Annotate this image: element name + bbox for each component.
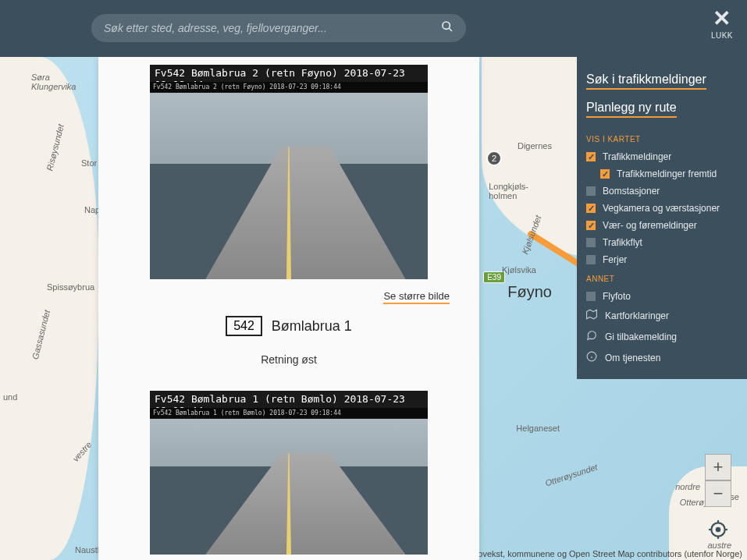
checkbox-icon	[600, 169, 610, 179]
checkbox-icon	[586, 238, 596, 247]
menu-label: Gi tilbakemelding	[605, 331, 677, 342]
map-label: Digernes	[518, 141, 552, 151]
map-label: und	[3, 392, 17, 402]
side-panel: Søk i trafikkmeldinger Planlegg ny rute …	[577, 57, 747, 379]
menu-label: Kartforklaringer	[605, 310, 669, 321]
chat-icon	[586, 330, 597, 343]
checkbox-icon	[586, 292, 596, 301]
map-label: Longkjøls- holmen	[489, 182, 528, 200]
locate-button[interactable]	[706, 518, 730, 541]
section-header-other: ANNET	[586, 275, 738, 283]
map-label: nordre	[675, 482, 700, 491]
search-icon[interactable]	[441, 20, 454, 36]
checkbox-icon	[586, 152, 596, 161]
checkbox-icon	[586, 255, 596, 264]
checkbox-icon	[586, 186, 596, 196]
layer-label: Vegkamera og værstasjoner	[603, 203, 720, 214]
map-label: Otterøysundet	[544, 463, 599, 488]
map-label: Helganeset	[516, 424, 560, 433]
webcam-image-2[interactable]: Fv542 Bømlabrua 1 (retn Bømlo) 2018-07-2…	[150, 391, 428, 555]
svg-point-7	[717, 528, 720, 531]
toggle-label: Flyfoto	[603, 291, 631, 302]
zoom-controls: + −	[705, 454, 731, 507]
section-header-map: VIS I KARTET	[586, 135, 738, 144]
layer-label: Ferjer	[603, 254, 627, 265]
road-name: Bømlabrua 1	[272, 318, 352, 335]
webcam-sub-bar: Fv542 Bømlabrua 2 (retn Føyno) 2018-07-2…	[150, 82, 428, 92]
layer-toggle[interactable]: Trafikkmeldinger	[586, 148, 738, 165]
map-label: Kjølsvika	[502, 265, 536, 275]
link-larger-image[interactable]: Se større bilde	[383, 290, 450, 304]
camera-heading: 542 Bømlabrua 1	[98, 310, 479, 342]
map-icon	[586, 309, 597, 322]
map-label: Stor	[81, 158, 97, 168]
layer-toggle[interactable]: Vær- og føremeldinger	[586, 217, 738, 234]
search-input[interactable]	[104, 22, 441, 34]
layer-label: Vær- og føremeldinger	[603, 220, 697, 231]
map-landmass	[0, 57, 98, 560]
svg-marker-2	[587, 310, 597, 319]
layer-label: Trafikkmeldinger	[603, 151, 671, 162]
close-label: LUKK	[711, 31, 733, 40]
checkbox-icon	[586, 221, 596, 230]
layer-label: Trafikkmeldinger fremtid	[617, 168, 717, 179]
webcam-sub-bar: Fv542 Bømlabrua 1 (retn Bømlo) 2018-07-2…	[150, 408, 428, 418]
layer-toggle[interactable]: Bomstasjoner	[586, 183, 738, 200]
info-icon	[586, 351, 597, 364]
layer-toggle[interactable]: Trafikkflyt	[586, 234, 738, 251]
svg-point-0	[443, 22, 450, 29]
link-traffic-search[interactable]: Søk i trafikkmeldinger	[586, 73, 706, 90]
map-marker-count[interactable]: 2	[486, 151, 502, 166]
layer-toggle[interactable]: Trafikkmeldinger fremtid	[586, 165, 738, 183]
layer-toggle[interactable]: Vegkamera og værstasjoner	[586, 200, 738, 217]
road-number-badge: 542	[226, 316, 262, 336]
close-button[interactable]: ✕ LUKK	[711, 8, 733, 40]
header-bar: ✕ LUKK	[0, 0, 747, 57]
menu-label: Om tjenesten	[605, 353, 660, 363]
close-icon: ✕	[711, 8, 733, 30]
map-label: Spissøybrua	[47, 282, 94, 292]
menu-item[interactable]: Kartforklaringer	[586, 305, 738, 326]
layer-label: Trafikkflyt	[603, 237, 642, 248]
link-plan-route[interactable]: Planlegg ny rute	[586, 101, 677, 118]
map-label-foyno: Føyno	[507, 283, 552, 301]
layer-label: Bomstasjoner	[603, 186, 660, 197]
camera-panel: Fv542 Bømlabrua 2 (retn Føyno) 2018-07-2…	[98, 57, 479, 560]
toggle-flyfoto[interactable]: Flyfoto	[586, 288, 738, 305]
camera-direction: Retning øst	[98, 353, 479, 366]
menu-item[interactable]: Om tjenesten	[586, 347, 738, 368]
checkbox-icon	[586, 204, 596, 213]
zoom-out-button[interactable]: −	[705, 480, 731, 507]
svg-line-1	[449, 28, 452, 31]
map-label: Søra Klungervika	[31, 73, 76, 91]
search-wrapper	[91, 14, 466, 42]
webcam-image-1[interactable]: Fv542 Bømlabrua 2 (retn Føyno) 2018-07-2…	[150, 65, 428, 279]
layer-toggle[interactable]: Ferjer	[586, 251, 738, 268]
menu-item[interactable]: Gi tilbakemelding	[586, 326, 738, 347]
zoom-in-button[interactable]: +	[705, 454, 731, 480]
